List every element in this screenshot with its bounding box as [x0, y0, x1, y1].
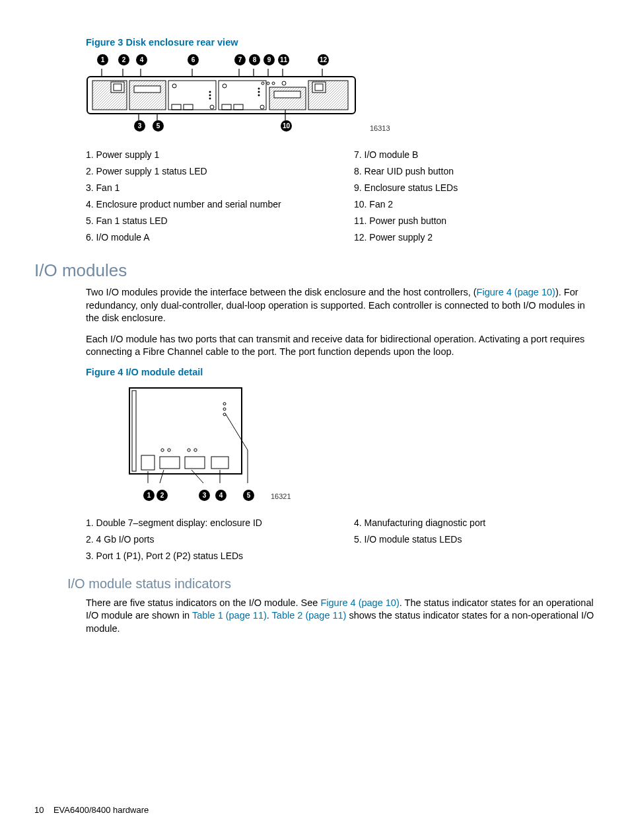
callout-5: 5 [243, 490, 254, 501]
legend-item: 3. Port 1 (P1), Port 2 (P2) status LEDs [86, 551, 328, 561]
svg-point-33 [272, 82, 275, 85]
legend-item: 5. Fan 1 status LED [86, 215, 328, 226]
figure4-diagram: 1 2 3 4 5 [125, 384, 258, 503]
svg-rect-15 [168, 81, 216, 110]
text: There are five status indicators on the … [86, 597, 320, 608]
svg-rect-38 [312, 82, 326, 93]
svg-point-20 [209, 95, 211, 96]
callout-11: 11 [278, 54, 289, 65]
svg-point-32 [267, 82, 269, 85]
figure3-caption: Figure 3 Disk enclosure rear view [86, 37, 596, 48]
doc-title: EVA6400/8400 hardware [53, 805, 149, 815]
legend-item: 4. Manufacturing diagnostic port [354, 517, 596, 528]
legend-item: 9. Enclosure status LEDs [354, 182, 596, 193]
callout-6: 6 [188, 54, 199, 65]
link-figure4[interactable]: Figure 4 (page 10) [477, 287, 555, 297]
figure4-legend: 1. Double 7–segment display: enclosure I… [86, 517, 596, 567]
page-number: 10 [34, 805, 44, 815]
figure4-caption: Figure 4 I/O module detail [86, 367, 596, 377]
figure3-legend: 1. Power supply 1 2. Power supply 1 stat… [86, 149, 596, 248]
callout-10: 10 [281, 120, 292, 132]
legend-item: 3. Fan 1 [86, 182, 328, 193]
callout-2: 2 [157, 490, 168, 501]
legend-item: 2. Power supply 1 status LED [86, 166, 328, 176]
legend-item: 1. Double 7–segment display: enclosure I… [86, 517, 328, 528]
text: Two I/O modules provide the interface be… [86, 287, 477, 297]
legend-item: 4. Enclosure product number and serial n… [86, 199, 328, 210]
callout-3: 3 [199, 490, 210, 501]
svg-rect-14 [134, 86, 160, 93]
callout-9: 9 [263, 54, 275, 65]
page-footer: 10 EVA6400/8400 hardware [34, 805, 149, 815]
svg-rect-36 [274, 91, 300, 98]
para-status: There are five status indicators on the … [86, 597, 596, 636]
svg-point-21 [209, 98, 211, 100]
svg-rect-13 [129, 81, 166, 110]
legend-item: 5. I/O module status LEDs [354, 534, 596, 545]
callout-5: 5 [153, 120, 164, 132]
callout-12: 12 [318, 54, 329, 65]
svg-point-19 [209, 91, 211, 93]
figure3-diagram: 1 2 4 6 7 8 9 11 12 [86, 54, 357, 135]
callout-4: 4 [136, 54, 147, 65]
link-figure4-b[interactable]: Figure 4 (page 10) [320, 597, 399, 608]
para-io-1: Two I/O modules provide the interface be… [86, 286, 596, 325]
callout-3: 3 [134, 120, 145, 132]
svg-point-27 [258, 88, 260, 90]
callout-8: 8 [249, 54, 260, 65]
legend-item: 12. Power supply 2 [354, 232, 596, 243]
callout-1: 1 [97, 54, 108, 65]
heading-status-indicators: I/O module status indicators [67, 576, 596, 592]
para-io-2: Each I/O module has two ports that can t… [86, 333, 596, 359]
legend-item: 11. Power push button [354, 215, 596, 226]
legend-item: 2. 4 Gb I/O ports [86, 534, 328, 545]
callout-7: 7 [234, 54, 246, 65]
svg-point-34 [282, 81, 286, 85]
legend-item: 6. I/O module A [86, 232, 328, 243]
link-table2[interactable]: Table 2 (page 11) [272, 610, 347, 621]
legend-item: 7. I/O module B [354, 149, 596, 160]
legend-item: 8. Rear UID push button [354, 166, 596, 176]
svg-point-29 [258, 95, 260, 96]
svg-rect-11 [111, 82, 124, 93]
svg-rect-44 [129, 388, 242, 474]
figure3-id: 16313 [370, 124, 390, 132]
callout-1: 1 [143, 490, 155, 501]
callout-4: 4 [215, 490, 227, 501]
text: . [267, 610, 272, 621]
svg-rect-35 [269, 87, 306, 110]
svg-point-28 [258, 91, 260, 93]
legend-item: 1. Power supply 1 [86, 149, 328, 160]
legend-item: 10. Fan 2 [354, 199, 596, 210]
callout-2: 2 [118, 54, 129, 65]
link-table1[interactable]: Table 1 (page 11) [192, 610, 267, 621]
heading-io-modules: I/O modules [34, 260, 596, 281]
figure4-id: 16321 [271, 492, 291, 500]
